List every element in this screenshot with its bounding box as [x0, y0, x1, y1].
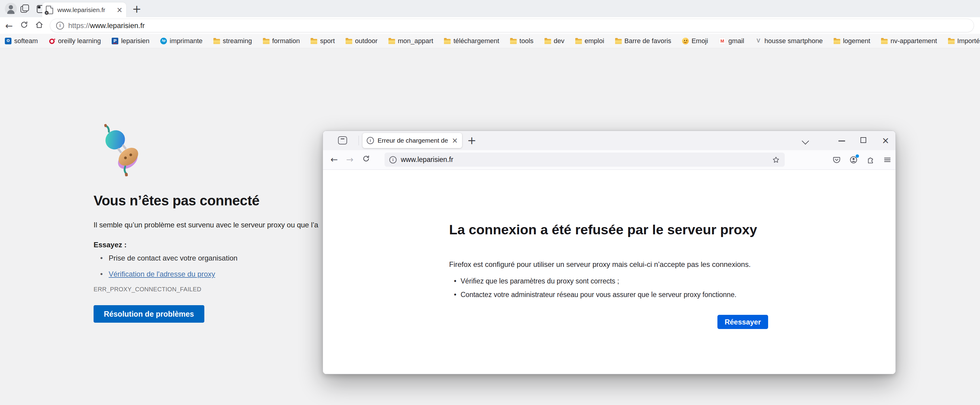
pocket-icon[interactable] [830, 153, 843, 167]
close-button[interactable]: × [879, 135, 892, 146]
profile-avatar-icon[interactable] [5, 3, 17, 15]
emoji-icon [682, 38, 689, 44]
bookmark-label: mon_appart [398, 37, 433, 45]
account-notification-dot [856, 154, 859, 158]
url-scheme: https:// [68, 21, 90, 30]
firefox-new-tab-button[interactable]: + [467, 134, 476, 147]
firefox-reload-icon[interactable] [359, 152, 373, 167]
firefox-address-bar[interactable]: i www.leparisien.fr [385, 152, 785, 167]
bookmark-dev[interactable]: dev [544, 37, 565, 45]
workspaces-icon[interactable] [20, 4, 29, 13]
bookmark-label: housse smartphone [765, 37, 823, 45]
unplugged-connector-illustration [100, 124, 148, 178]
edge-back-icon[interactable]: ← [2, 19, 16, 32]
folder-icon [544, 39, 551, 44]
tab-info-icon: i [367, 137, 374, 144]
bookmark-mon-appart[interactable]: mon_appart [388, 37, 433, 45]
bookmark-label: softeam [14, 37, 38, 45]
bookmark-oreilly-learning[interactable]: oreilly learning [49, 37, 101, 45]
folder-icon [444, 39, 450, 44]
bookmark-label: outdoor [355, 37, 377, 45]
proxy-address-link[interactable]: Vérification de l'adresse du proxy [109, 270, 215, 278]
firefox-back-icon[interactable]: ← [327, 152, 341, 167]
maximize-button[interactable] [857, 135, 870, 146]
firefox-site-info-icon[interactable]: i [389, 156, 396, 164]
firefox-toolbar: ← → i www.leparisien.fr [323, 150, 896, 170]
extensions-puzzle-icon[interactable] [864, 153, 877, 167]
bookmark-streaming[interactable]: streaming [213, 37, 252, 45]
firefox-view-icon[interactable] [338, 136, 347, 145]
bookmark-sport[interactable]: sport [310, 37, 335, 45]
edge-tab-close-icon[interactable]: × [116, 6, 123, 14]
edge-active-tab[interactable]: www.leparisien.fr × [42, 2, 126, 17]
folder-icon [510, 39, 517, 44]
suggestion-check-proxy: Vérification de l'adresse du proxy [96, 270, 237, 278]
bookmark-label: gmail [728, 37, 744, 45]
url-host: www.leparisien.fr [90, 21, 145, 30]
folder-icon [881, 39, 888, 44]
firefox-url: www.leparisien.fr [401, 156, 772, 164]
bookmark-housse-smartphone[interactable]: housse smartphone [755, 37, 823, 45]
firefox-error-page: La connexion a été refusée par le serveu… [323, 170, 896, 374]
bookmark-gmail[interactable]: gmail [719, 37, 744, 45]
bookmark-emploi[interactable]: emploi [575, 37, 604, 45]
minimize-button[interactable] [835, 135, 849, 146]
bookmark-label: logement [843, 37, 870, 45]
site-info-icon[interactable]: i [56, 22, 64, 30]
bookmark-leparisien[interactable]: leparisien [112, 37, 150, 45]
bookmark-emoji[interactable]: Emoji [682, 37, 708, 45]
suggestion-check-settings: Vérifiez que les paramètres du proxy son… [451, 277, 737, 285]
firefox-tab-close-icon[interactable]: × [452, 137, 458, 144]
bookmark-tools[interactable]: tools [510, 37, 533, 45]
edge-error-suggestions: Prise de contact avec votre organisation… [96, 254, 237, 286]
edge-new-tab-button[interactable]: + [132, 2, 141, 16]
bookmark-import-s[interactable]: Importés [948, 37, 980, 45]
bookmark-label: imprimante [170, 37, 202, 45]
hamburger-menu-icon[interactable] [881, 153, 894, 167]
error-code: ERR_PROXY_CONNECTION_FAILED [94, 286, 201, 293]
edge-address-bar[interactable]: i https:// www.leparisien.fr [50, 19, 974, 32]
folder-icon [310, 39, 317, 44]
bookmark-formation[interactable]: formation [263, 37, 300, 45]
edge-tab-strip: www.leparisien.fr × + [0, 0, 980, 17]
account-icon[interactable] [847, 153, 860, 167]
leparisien-icon [112, 38, 118, 44]
folder-icon [263, 39, 269, 44]
troubleshoot-button[interactable]: Résolution de problèmes [94, 305, 204, 323]
firefox-active-tab[interactable]: i Erreur de chargement de la pag × [363, 133, 462, 148]
bookmark-softeam[interactable]: softeam [5, 37, 38, 45]
folder-icon [834, 39, 840, 44]
bookmark-imprimante[interactable]: imprimante [160, 37, 202, 45]
bookmark-label: streaming [223, 37, 252, 45]
list-all-tabs-icon[interactable] [802, 137, 809, 145]
hp-icon [160, 38, 167, 44]
edge-error-title: Vous n’êtes pas connecté [94, 192, 259, 209]
edge-home-icon[interactable] [33, 19, 46, 32]
edge-refresh-icon[interactable] [18, 19, 31, 32]
edge-bookmarks-bar: softeamoreilly learningleparisienimprima… [0, 34, 980, 48]
suggestion-contact-org: Prise de contact avec votre organisation [96, 254, 237, 262]
bookmark-label: dev [554, 37, 565, 45]
desktop-screen: www.leparisien.fr × + ← i https:// www.l… [0, 0, 980, 405]
folder-icon [345, 39, 352, 44]
bookmark-label: Importés [957, 37, 980, 45]
bookmark-star-icon[interactable] [772, 156, 780, 164]
edge-toolbar: ← i https:// www.leparisien.fr [0, 17, 980, 34]
bookmark-label: sport [320, 37, 335, 45]
firefox-error-suggestions: Vérifiez que les paramètres du proxy son… [451, 277, 737, 304]
edge-error-subtitle: Il semble qu’un problème est survenu ave… [94, 221, 318, 229]
firefox-window: i Erreur de chargement de la pag × + × ←… [323, 130, 896, 374]
bookmark-t-l-chargement[interactable]: téléchargement [444, 37, 499, 45]
bookmark-outdoor[interactable]: outdoor [345, 37, 377, 45]
outlook-icon [5, 38, 11, 44]
firefox-error-title: La connexion a été refusée par le serveu… [449, 222, 757, 238]
bookmark-logement[interactable]: logement [834, 37, 870, 45]
bookmark-label: Barre de favoris [624, 37, 671, 45]
firefox-forward-icon[interactable]: → [343, 152, 357, 167]
retry-button[interactable]: Réessayer [718, 315, 768, 329]
edge-tab-title: www.leparisien.fr [57, 6, 112, 14]
bookmark-barre-de-favoris[interactable]: Barre de favoris [615, 37, 671, 45]
oreilly-icon [49, 38, 55, 44]
bookmark-nv-appartement[interactable]: nv-appartement [881, 37, 937, 45]
bookmark-label: emploi [585, 37, 604, 45]
